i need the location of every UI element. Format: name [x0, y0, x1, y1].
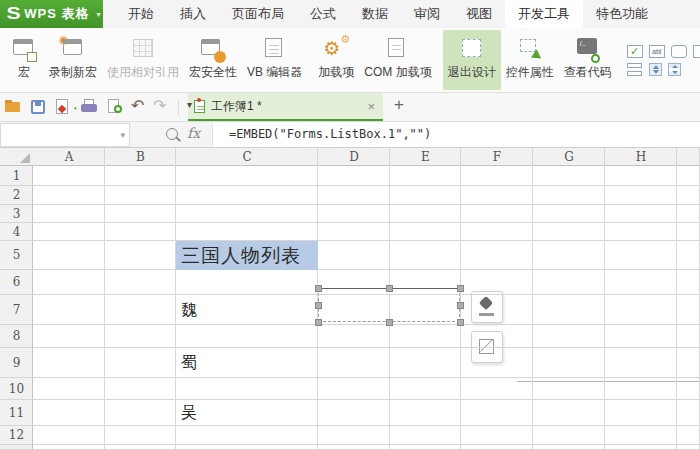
macro-security-button[interactable]: 宏安全性	[184, 30, 242, 90]
save-icon[interactable]	[29, 93, 49, 121]
menu-tab-home[interactable]: 开始	[115, 0, 167, 28]
name-box-dropdown-icon[interactable]: ▾	[120, 130, 125, 140]
control-properties-label: 控件属性	[506, 64, 554, 81]
row-header-6[interactable]: 6	[0, 270, 33, 295]
tab-close-icon[interactable]: ×	[365, 99, 377, 114]
exit-design-icon	[457, 36, 487, 63]
row-header-1[interactable]: 1	[0, 166, 33, 186]
cell-C11[interactable]: 吴	[176, 400, 318, 426]
selection-handle[interactable]	[457, 285, 464, 292]
row-header-3[interactable]: 3	[0, 205, 33, 223]
view-code-icon	[573, 36, 603, 63]
add-ins-button[interactable]: 加载项	[313, 30, 359, 90]
gridline	[104, 148, 105, 450]
export-pdf-icon[interactable]	[54, 93, 74, 121]
col-header-D[interactable]: D	[318, 148, 390, 166]
vb-editor-button[interactable]: VB 编辑器	[242, 30, 307, 90]
macro-label: 宏	[18, 64, 30, 81]
col-header-A[interactable]: A	[33, 148, 105, 166]
row-header-10[interactable]: 10	[0, 378, 33, 400]
app-title: WPS 表格	[24, 5, 89, 23]
menu-tab-view[interactable]: 视图	[453, 0, 505, 28]
selection-handle[interactable]	[315, 285, 322, 292]
combobox-control-icon[interactable]	[627, 63, 643, 76]
com-add-ins-button[interactable]: COM 加载项	[359, 30, 436, 90]
col-header-B[interactable]: B	[105, 148, 176, 166]
print-icon[interactable]	[80, 93, 100, 121]
col-header-G[interactable]: G	[533, 148, 605, 166]
button-control-icon[interactable]	[671, 45, 687, 58]
image-control-icon[interactable]	[693, 45, 700, 58]
row-header-2[interactable]: 2	[0, 186, 33, 205]
print-preview-icon[interactable]	[106, 93, 126, 121]
macro-button[interactable]: 宏	[4, 30, 44, 90]
document-tab-title: 工作簿1 *	[211, 98, 365, 115]
gridline	[0, 294, 700, 295]
gridline	[0, 204, 700, 205]
gridline	[0, 240, 700, 241]
row-header-8[interactable]: 8	[0, 325, 33, 348]
undo-icon[interactable]	[130, 93, 150, 121]
menu-tab-developer[interactable]: 开发工具	[505, 0, 583, 28]
col-header-E[interactable]: E	[390, 148, 461, 166]
menu-tab-insert[interactable]: 插入	[167, 0, 219, 28]
name-box[interactable]: ▾	[0, 123, 130, 147]
menu-tab-page-layout[interactable]: 页面布局	[219, 0, 297, 28]
document-tab[interactable]: 工作簿1 * ×	[188, 93, 383, 121]
record-new-macro-icon	[58, 36, 88, 63]
new-tab-button[interactable]: +	[390, 95, 408, 115]
col-header-C[interactable]: C	[176, 148, 318, 166]
fx-insert-function[interactable]: fx	[187, 125, 200, 141]
magnifier-icon[interactable]	[166, 128, 178, 140]
use-relative-reference-label: 使用相对引用	[107, 64, 179, 81]
col-header-F[interactable]: F	[461, 148, 533, 166]
row-header-11[interactable]: 11	[0, 400, 33, 426]
selection-handle[interactable]	[315, 319, 322, 326]
row-header-12[interactable]: 12	[0, 426, 33, 445]
macro-security-icon	[198, 36, 228, 63]
cell-C7[interactable]: 魏	[176, 295, 318, 325]
record-new-macro-button[interactable]: 录制新宏	[44, 30, 102, 90]
selection-handle[interactable]	[386, 319, 393, 326]
wps-spreadsheet-window: S WPS 表格 ▾ 开始插入页面布局公式数据审阅视图开发工具特色功能 宏录制新…	[0, 0, 700, 450]
toolbox-row-1	[627, 45, 700, 58]
wps-s-logo-icon: S	[7, 4, 21, 24]
customize-toolbar-dropdown-icon[interactable]	[183, 93, 203, 121]
exit-design-label: 退出设计	[448, 64, 496, 81]
checkbox-control-icon[interactable]	[627, 45, 643, 58]
control-fill-style-button[interactable]	[471, 291, 503, 323]
exit-design-button[interactable]: 退出设计	[443, 30, 501, 90]
gridline	[0, 324, 700, 325]
menu-tab-data[interactable]: 数据	[349, 0, 401, 28]
control-properties-button[interactable]: 控件属性	[501, 30, 559, 90]
open-folder-icon[interactable]	[4, 93, 24, 121]
control-properties-icon	[515, 36, 545, 63]
menu-tab-formulas[interactable]: 公式	[297, 0, 349, 28]
formula-input-area[interactable]: =EMBED("Forms.ListBox.1","")	[213, 122, 700, 147]
cell-C5[interactable]: 三国人物列表	[176, 241, 318, 270]
cell-C9[interactable]: 蜀	[176, 348, 318, 378]
menu-tab-review[interactable]: 审阅	[401, 0, 453, 28]
scrollbar-control-icon[interactable]	[668, 63, 681, 76]
selection-handle[interactable]	[315, 302, 322, 309]
selection-handle[interactable]	[386, 285, 393, 292]
row-header-5[interactable]: 5	[0, 241, 33, 270]
redo-icon[interactable]	[152, 93, 172, 121]
menu-tab-special-features[interactable]: 特色功能	[583, 0, 661, 28]
col-header-H[interactable]: H	[605, 148, 677, 166]
add-ins-icon	[321, 36, 351, 63]
row-header-7[interactable]: 7	[0, 295, 33, 325]
gridline	[0, 185, 700, 186]
spinner-control-icon[interactable]	[649, 63, 662, 76]
textbox-control-icon[interactable]	[649, 45, 665, 58]
gridline	[0, 222, 700, 223]
vb-editor-icon	[260, 36, 290, 63]
view-code-button[interactable]: 查看代码	[559, 30, 617, 90]
selection-handle[interactable]	[457, 302, 464, 309]
row-header-9[interactable]: 9	[0, 348, 33, 378]
select-all-corner[interactable]	[0, 148, 33, 166]
row-header-4[interactable]: 4	[0, 223, 33, 241]
logo-dropdown-icon[interactable]: ▾	[97, 10, 101, 19]
selection-handle[interactable]	[457, 319, 464, 326]
app-logo[interactable]: S WPS 表格 ▾	[0, 0, 103, 28]
